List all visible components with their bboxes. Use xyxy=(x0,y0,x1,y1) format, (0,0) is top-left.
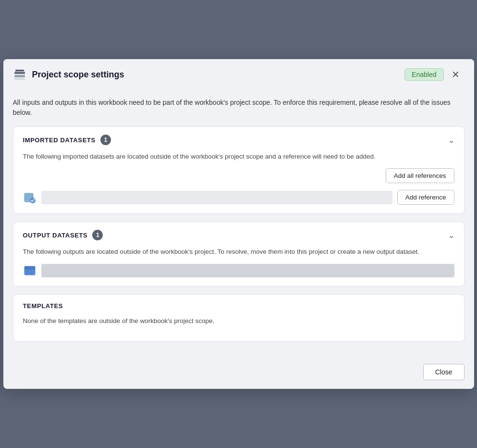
svg-rect-2 xyxy=(14,78,25,80)
templates-description: None of the templates are outside of the… xyxy=(23,316,454,326)
modal-footer: Close xyxy=(3,359,474,389)
modal-description: All inputs and outputs in this workbook … xyxy=(13,98,465,118)
output-datasets-content: The following outputs are located outsid… xyxy=(13,247,464,286)
modal-close-button[interactable]: ✕ xyxy=(449,69,463,80)
imported-datasets-description: The following imported datasets are loca… xyxy=(23,152,454,162)
svg-rect-10 xyxy=(24,266,35,269)
imported-datasets-header[interactable]: IMPORTED DATASETS 1 ⌄ xyxy=(13,127,464,152)
templates-section: TEMPLATES None of the templates are outs… xyxy=(13,294,465,342)
output-datasets-title-row: OUTPUT DATASETS 1 xyxy=(23,230,103,240)
templates-content: None of the templates are outside of the… xyxy=(13,316,464,341)
add-reference-button[interactable]: Add reference xyxy=(397,190,454,205)
templates-header[interactable]: TEMPLATES xyxy=(13,295,464,316)
imported-datasets-section: IMPORTED DATASETS 1 ⌄ The following impo… xyxy=(13,126,465,214)
imported-datasets-content: The following imported datasets are loca… xyxy=(13,152,464,213)
output-datasets-title: OUTPUT DATASETS xyxy=(23,232,88,239)
svg-rect-3 xyxy=(15,70,24,71)
svg-rect-0 xyxy=(14,72,25,74)
modal-title-group: Project scope settings xyxy=(13,68,124,81)
imported-dataset-icon xyxy=(23,191,37,204)
output-dataset-icon xyxy=(23,264,37,277)
output-datasets-chevron-icon: ⌄ xyxy=(448,231,454,240)
modal-backdrop: Project scope settings Enabled ✕ All inp… xyxy=(0,0,477,448)
close-footer-button[interactable]: Close xyxy=(423,364,465,380)
imported-datasets-title-row: IMPORTED DATASETS 1 xyxy=(23,135,111,145)
templates-title-row: TEMPLATES xyxy=(23,302,63,310)
modal-header: Project scope settings Enabled ✕ xyxy=(3,59,474,89)
output-datasets-header[interactable]: OUTPUT DATASETS 1 ⌄ xyxy=(13,222,464,247)
svg-rect-1 xyxy=(14,75,25,77)
imported-dataset-bar xyxy=(41,191,392,204)
add-all-references-button[interactable]: Add all references xyxy=(386,168,454,183)
imported-datasets-title: IMPORTED DATASETS xyxy=(23,137,96,144)
imported-datasets-chevron-icon: ⌄ xyxy=(448,136,454,145)
templates-title: TEMPLATES xyxy=(23,302,63,310)
imported-datasets-count: 1 xyxy=(100,135,111,145)
output-dataset-row xyxy=(23,264,454,277)
header-right: Enabled ✕ xyxy=(404,68,462,81)
output-datasets-count: 1 xyxy=(92,230,103,240)
enabled-button[interactable]: Enabled xyxy=(404,68,443,81)
project-scope-icon xyxy=(13,68,26,81)
modal-title: Project scope settings xyxy=(32,70,124,80)
add-all-references-row: Add all references xyxy=(23,168,454,183)
output-datasets-section: OUTPUT DATASETS 1 ⌄ The following output… xyxy=(13,222,465,286)
output-dataset-bar xyxy=(41,264,454,277)
imported-dataset-row: Add reference xyxy=(23,190,454,205)
output-datasets-description: The following outputs are located outsid… xyxy=(23,247,454,257)
project-scope-modal: Project scope settings Enabled ✕ All inp… xyxy=(3,59,474,389)
modal-body: All inputs and outputs in this workbook … xyxy=(3,89,474,359)
